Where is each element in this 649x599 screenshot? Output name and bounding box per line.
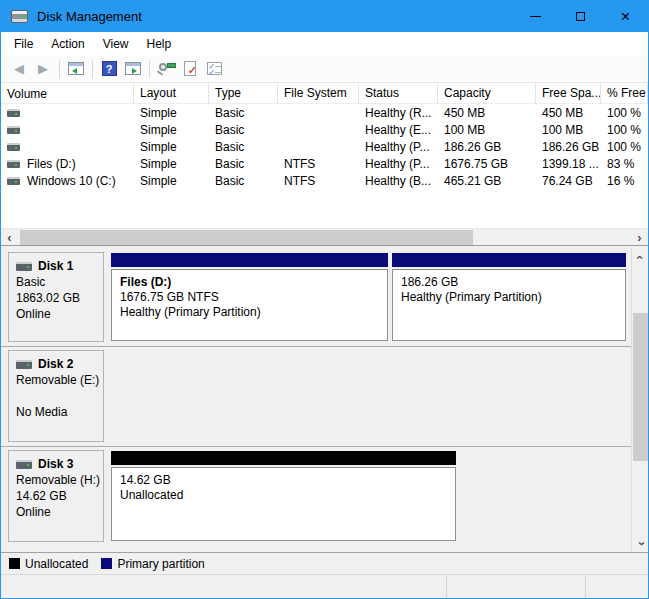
back-button[interactable]: ◀ [7, 58, 31, 80]
rescan-disks-button[interactable] [154, 58, 178, 80]
column-header-status[interactable]: Status [359, 84, 438, 104]
free-space-cell: 76.24 GB [536, 174, 601, 188]
partition-color-strip [111, 253, 388, 267]
scroll-up-button[interactable]: ‹ [632, 249, 649, 266]
horizontal-scrollbar[interactable]: ‹ › [1, 228, 648, 245]
disk-icon [16, 360, 32, 369]
partition-unnamed[interactable]: 186.26 GB Healthy (Primary Partition) [392, 253, 626, 341]
toolbar-separator [149, 60, 150, 78]
partition-status: Unallocated [120, 488, 447, 503]
type-cell: Basic [209, 140, 278, 154]
disk-name: Disk 1 [38, 258, 73, 274]
layout-cell: Simple [134, 157, 209, 171]
check-disk-button[interactable]: ✓ [178, 58, 202, 80]
partition-color-strip [111, 451, 456, 465]
disk-3-band: Disk 3 Removable (H:) 14.62 GB Online 14… [1, 447, 648, 546]
partition-files-d[interactable]: Files (D:) 1676.75 GB NTFS Healthy (Prim… [111, 253, 388, 341]
maximize-icon [576, 12, 585, 21]
menu-action[interactable]: Action [42, 34, 93, 54]
type-cell: Basic [209, 123, 278, 137]
disk-kind: Removable (E:) [16, 372, 101, 388]
free-space-cell: 186.26 GB [536, 140, 601, 154]
percent-free-cell: 100 % [601, 123, 648, 137]
percent-free-cell: 100 % [601, 106, 648, 120]
disk-name: Disk 3 [38, 456, 73, 472]
show-console-tree-button[interactable] [64, 58, 88, 80]
minimize-button[interactable] [513, 1, 558, 32]
toolbar-separator [92, 60, 93, 78]
volume-row[interactable]: Simple Basic Healthy (P... 186.26 GB 186… [1, 138, 648, 155]
menu-file[interactable]: File [5, 34, 42, 54]
app-icon[interactable] [11, 10, 28, 23]
type-cell: Basic [209, 174, 278, 188]
show-action-pane-button[interactable] [121, 58, 145, 80]
column-header-layout[interactable]: Layout [134, 84, 209, 104]
volume-row-files-d[interactable]: Files (D:) Simple Basic NTFS Healthy (P.… [1, 155, 648, 172]
column-header-capacity[interactable]: Capacity [438, 84, 536, 104]
status-cell: Healthy (E... [359, 123, 438, 137]
disk-kind: Basic [16, 274, 101, 290]
layout-cell: Simple [134, 140, 209, 154]
window-controls: × [513, 1, 648, 32]
capacity-cell: 100 MB [438, 123, 536, 137]
capacity-cell: 450 MB [438, 106, 536, 120]
disk-1-band: Disk 1 Basic 1863.02 GB Online Files (D:… [1, 249, 648, 347]
capacity-cell: 186.26 GB [438, 140, 536, 154]
partition-title: Files (D:) [120, 275, 379, 290]
disk-kind: Removable (H:) [16, 472, 101, 488]
volume-cell: Windows 10 (C:) [1, 174, 134, 188]
disk-2-label[interactable]: Disk 2 Removable (E:) No Media [8, 350, 104, 442]
forward-arrow-icon: ▶ [38, 61, 48, 76]
toolbar: ◀ ▶ ? ✓ ✓ [1, 55, 648, 83]
column-header-type[interactable]: Type [209, 84, 278, 104]
file-system-cell: NTFS [278, 174, 359, 188]
disk-status: Online [16, 306, 101, 322]
close-button[interactable]: × [603, 1, 648, 32]
forward-button[interactable]: ▶ [31, 58, 55, 80]
disk-3-label[interactable]: Disk 3 Removable (H:) 14.62 GB Online [8, 450, 104, 542]
layout-cell: Simple [134, 174, 209, 188]
volume-row-windows-10-c[interactable]: Windows 10 (C:) Simple Basic NTFS Health… [1, 172, 648, 189]
document-check-icon: ✓ [184, 61, 196, 76]
vertical-scrollbar[interactable]: ‹ ‹ [631, 249, 648, 552]
window-title: Disk Management [37, 9, 142, 24]
disk-size: 14.62 GB [16, 488, 101, 504]
column-header-file-system[interactable]: File System [278, 84, 359, 104]
primary-partition-swatch [101, 558, 112, 569]
status-pane [446, 575, 585, 598]
help-button[interactable]: ? [97, 58, 121, 80]
disk-status: No Media [16, 404, 101, 420]
scroll-left-button[interactable]: ‹ [1, 229, 18, 246]
partition-unallocated[interactable]: 14.62 GB Unallocated [111, 451, 456, 541]
menu-view[interactable]: View [94, 34, 138, 54]
volume-cell: Files (D:) [1, 157, 134, 171]
layout-cell: Simple [134, 123, 209, 137]
capacity-cell: 1676.75 GB [438, 157, 536, 171]
file-system-cell: NTFS [278, 157, 359, 171]
checklist-icon: ✓ [207, 62, 222, 75]
scroll-down-button[interactable]: ‹ [632, 535, 649, 552]
volume-list: Volume Layout Type File System Status Ca… [1, 84, 648, 246]
close-icon: × [621, 9, 630, 25]
legend-label: Primary partition [117, 557, 204, 571]
column-header-percent-free[interactable]: % Free [601, 84, 648, 104]
horizontal-scrollbar-thumb[interactable] [20, 230, 473, 245]
maximize-button[interactable] [558, 1, 603, 32]
volume-row[interactable]: Simple Basic Healthy (R... 450 MB 450 MB… [1, 104, 648, 121]
volume-row[interactable]: Simple Basic Healthy (E... 100 MB 100 MB… [1, 121, 648, 138]
scroll-up-icon: ‹ [633, 255, 648, 259]
column-header-volume[interactable]: Volume [1, 84, 134, 104]
scroll-right-button[interactable]: › [631, 229, 648, 246]
partition-body: 186.26 GB Healthy (Primary Partition) [392, 269, 626, 341]
vertical-scrollbar-thumb[interactable] [633, 313, 648, 461]
task-list-button[interactable]: ✓ [202, 58, 226, 80]
back-arrow-icon: ◀ [14, 61, 24, 76]
volume-icon [7, 160, 20, 168]
layout-cell: Simple [134, 106, 209, 120]
partition-size: 186.26 GB [401, 275, 617, 290]
volume-icon [7, 126, 20, 134]
menu-help[interactable]: Help [138, 34, 181, 54]
title-bar: Disk Management × [1, 1, 648, 32]
column-header-free-space[interactable]: Free Spa... [536, 84, 601, 104]
disk-1-label[interactable]: Disk 1 Basic 1863.02 GB Online [8, 252, 104, 342]
